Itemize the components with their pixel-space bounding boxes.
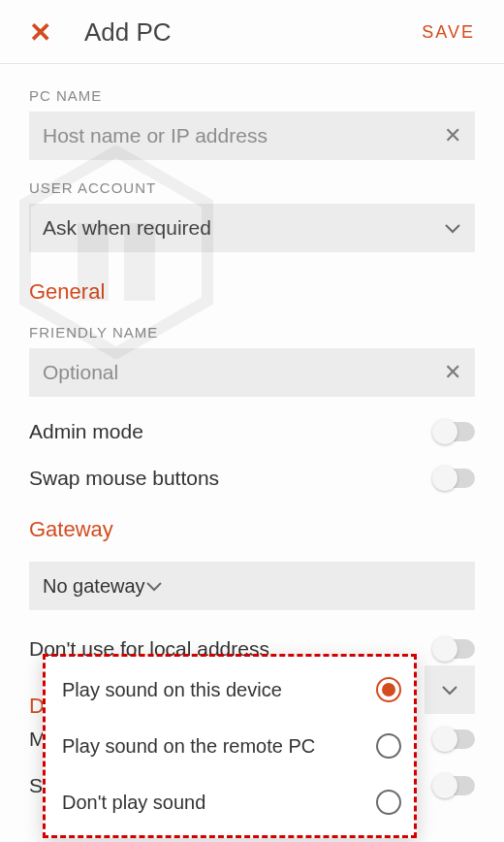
clear-pc-name-icon[interactable]: ✕ bbox=[444, 123, 461, 148]
gateway-dropdown[interactable]: No gateway bbox=[29, 562, 475, 610]
close-icon[interactable]: ✕ bbox=[29, 19, 51, 47]
chevron-down-icon bbox=[145, 580, 163, 592]
pc-name-placeholder: Host name or IP address bbox=[43, 124, 444, 147]
save-button[interactable]: SAVE bbox=[422, 22, 475, 43]
chevron-down-icon bbox=[444, 222, 461, 234]
clear-friendly-name-icon[interactable]: ✕ bbox=[444, 360, 461, 385]
audio-option-dont-play[interactable]: Don't play sound bbox=[43, 774, 417, 830]
radio-icon bbox=[376, 677, 401, 702]
audio-dropdown[interactable] bbox=[425, 665, 475, 714]
user-account-label: USER ACCOUNT bbox=[29, 179, 475, 196]
swap-mouse-toggle[interactable] bbox=[434, 469, 475, 488]
friendly-name-label: FRIENDLY NAME bbox=[29, 324, 475, 340]
friendly-name-input[interactable]: Optional ✕ bbox=[29, 348, 475, 397]
pc-name-input[interactable]: Host name or IP address ✕ bbox=[29, 112, 475, 160]
chevron-down-icon bbox=[441, 684, 458, 696]
friendly-name-placeholder: Optional bbox=[43, 361, 444, 384]
audio-option-label: Play sound on the remote PC bbox=[62, 735, 376, 758]
audio-option-label: Don't play sound bbox=[62, 792, 376, 814]
admin-mode-toggle[interactable] bbox=[434, 422, 475, 441]
user-account-dropdown[interactable]: Ask when required bbox=[29, 204, 475, 252]
add-pc-page: ✕ Add PC SAVE PC NAME Host name or IP ad… bbox=[0, 0, 504, 842]
admin-mode-label: Admin mode bbox=[29, 420, 434, 443]
user-account-value: Ask when required bbox=[43, 216, 444, 240]
audio-option-label: Play sound on this device bbox=[62, 679, 376, 701]
content: PC NAME Host name or IP address ✕ USER A… bbox=[0, 64, 504, 719]
swap-mouse-row: Swap mouse buttons bbox=[29, 467, 475, 490]
general-title: General bbox=[29, 279, 475, 305]
radio-icon bbox=[376, 790, 401, 815]
gateway-value: No gateway bbox=[43, 575, 145, 598]
audio-options-popup: Play sound on this device Play sound on … bbox=[43, 656, 417, 838]
hidden-toggle-m[interactable] bbox=[434, 729, 475, 749]
local-addr-toggle[interactable] bbox=[434, 639, 475, 659]
page-title: Add PC bbox=[84, 17, 422, 48]
radio-icon bbox=[376, 733, 401, 759]
header: ✕ Add PC SAVE bbox=[0, 0, 504, 64]
pc-name-label: PC NAME bbox=[29, 87, 475, 104]
audio-option-remote-pc[interactable]: Play sound on the remote PC bbox=[43, 718, 417, 774]
swap-mouse-label: Swap mouse buttons bbox=[29, 467, 434, 490]
admin-mode-row: Admin mode bbox=[29, 420, 475, 443]
hidden-toggle-s[interactable] bbox=[434, 776, 475, 795]
gateway-title: Gateway bbox=[29, 517, 475, 542]
audio-option-this-device[interactable]: Play sound on this device bbox=[43, 662, 417, 718]
